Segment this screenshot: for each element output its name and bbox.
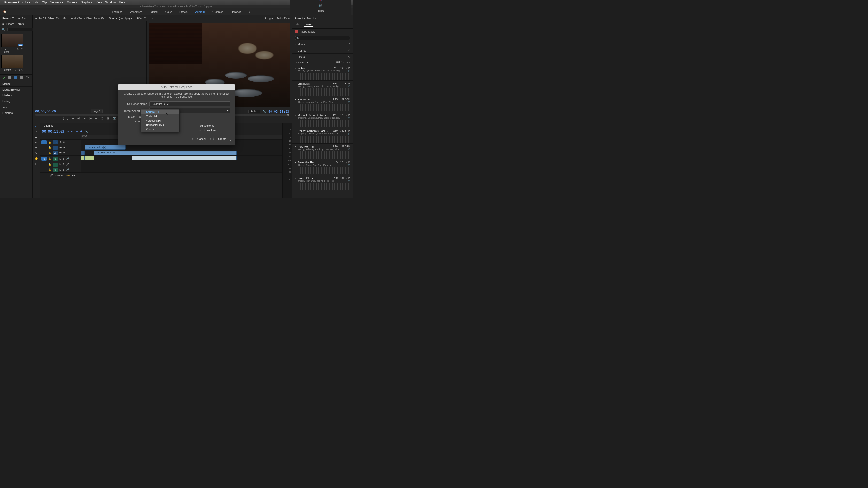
essential-sound-tab[interactable]: Essential Sound	[292, 15, 352, 21]
tab-effect-controls[interactable]: Effect Co	[136, 17, 147, 20]
stock-result[interactable]: ▸ Emotional 1:15 137 BPM Happy, Inspirin…	[292, 96, 352, 112]
workspace-editing[interactable]: Editing	[146, 8, 161, 15]
workspace-libraries[interactable]: Libraries	[227, 8, 245, 15]
zoom-icon[interactable]	[26, 76, 29, 79]
type-icon[interactable]: T	[35, 162, 38, 166]
panel-media-browser[interactable]: Media Browser	[0, 87, 32, 92]
cart-icon[interactable]: 🛒	[347, 148, 350, 151]
panel-markers[interactable]: Markers	[0, 92, 32, 98]
snap-icon[interactable]: ⊓	[67, 130, 69, 133]
eye-icon[interactable]: 👁	[59, 146, 62, 149]
go-in-icon[interactable]: |◀	[71, 117, 74, 120]
workspace-graphics[interactable]: Graphics	[209, 8, 227, 15]
video-clip[interactable]: fx 18 - The Tudors [V]	[94, 151, 237, 155]
mic-icon[interactable]: 🎤	[66, 168, 69, 171]
lock-icon[interactable]: 🔒	[48, 146, 51, 149]
facet-genres[interactable]: ›Genres⟲	[292, 47, 352, 54]
workspace-assembly[interactable]: Assembly	[126, 8, 146, 15]
sync-lock-icon[interactable]: ⟳	[63, 146, 65, 149]
cart-icon[interactable]: 🛒	[347, 85, 350, 88]
track-select-icon[interactable]: ⇥	[35, 130, 38, 134]
program-timecode[interactable]: 00;03;10;23	[268, 110, 289, 113]
workspace-audio[interactable]: Audio≡	[192, 8, 209, 15]
menu-edit[interactable]: Edit	[33, 1, 38, 4]
cart-icon[interactable]: 🛒	[347, 180, 350, 182]
source-page[interactable]: Page 1	[91, 109, 103, 113]
razor-icon[interactable]: ✂	[35, 141, 38, 144]
lock-icon[interactable]: 🔒	[48, 163, 51, 166]
stock-result[interactable]: ▸ Sever the Ties 3:35 125 BPM Happy, Dan…	[292, 159, 352, 175]
slip-icon[interactable]: ⇔	[35, 146, 38, 150]
lock-icon[interactable]: 🔒	[48, 157, 51, 160]
stock-result[interactable]: ▸ Minimal Corporate (version5) 1:44 125 …	[292, 112, 352, 128]
waveform[interactable]	[298, 183, 350, 190]
es-tab-browse[interactable]: Browse	[304, 23, 313, 27]
target-v3[interactable]: V3	[53, 140, 58, 144]
timeline-timecode[interactable]: 00;00;11;03	[42, 130, 64, 133]
menu-view[interactable]: View	[96, 1, 102, 4]
stock-result[interactable]: ▸ Lightburst 3:38 119 BPM Happy, Dreamy,…	[292, 80, 352, 96]
play-icon[interactable]: ▸	[295, 129, 296, 132]
stock-result[interactable]: ▸ In Awe 2:47 100 BPM Happy, Dynamic, El…	[292, 65, 352, 80]
play-icon[interactable]: ▸	[295, 145, 296, 148]
play-icon[interactable]: ▸	[295, 98, 296, 101]
more-icon[interactable]: ⋯	[344, 180, 346, 182]
list-view-icon[interactable]	[8, 76, 11, 79]
marker-icon[interactable]: ◈	[76, 130, 78, 133]
pen-icon[interactable]	[2, 76, 5, 79]
waveform[interactable]	[298, 120, 350, 127]
waveform[interactable]	[298, 73, 350, 80]
master-value[interactable]: 0.0	[66, 174, 70, 177]
facet-moods[interactable]: ›Moods⟲	[292, 41, 352, 47]
freeform-icon[interactable]	[20, 76, 23, 79]
es-tab-edit[interactable]: Edit	[295, 23, 299, 27]
menu-markers[interactable]: Markers	[67, 1, 77, 4]
step-fwd-icon[interactable]: |▶	[89, 117, 92, 120]
eye-icon[interactable]: 👁	[59, 141, 62, 143]
source-patch-v1[interactable]: V1	[41, 140, 47, 144]
target-a3[interactable]: A3	[53, 168, 58, 172]
audio-clip[interactable]	[132, 156, 237, 160]
ripple-icon[interactable]: ⇆	[35, 135, 38, 139]
play-icon[interactable]: ▸	[295, 82, 296, 85]
more-icon[interactable]: ⋯	[344, 85, 346, 88]
play-icon[interactable]: ▸	[295, 113, 296, 117]
option-vertical-916[interactable]: Vertical 9:16	[141, 118, 180, 123]
option-vertical-45[interactable]: Vertical 4:5	[141, 114, 180, 118]
flag-icon[interactable]: 🇬🇧	[319, 0, 322, 1]
play-icon[interactable]: ▸	[295, 176, 296, 180]
menu-graphics[interactable]: Graphics	[81, 1, 92, 4]
menu-file[interactable]: File	[25, 1, 30, 4]
video-clip[interactable]: fx 18 - The Tudors [V]	[85, 145, 126, 150]
stock-result[interactable]: ▸ Pure Morning 2:10 87 BPM Happy, Relaxi…	[292, 143, 352, 159]
workspace-color[interactable]: Color	[161, 8, 176, 15]
tab-audio-clip-mixer[interactable]: Audio Clip Mixer: Tudoriffic	[35, 17, 67, 20]
mic-icon[interactable]: 🎤	[50, 174, 53, 177]
project-item[interactable]: ▮▮▮ 18 - The Tudors31;25	[1, 34, 23, 53]
cart-icon[interactable]: 🛒	[347, 164, 350, 166]
step-back-icon[interactable]: ◀|	[78, 117, 80, 120]
play-icon[interactable]: ▸	[295, 66, 296, 69]
more-icon[interactable]: ⋯	[344, 117, 346, 119]
waveform[interactable]	[298, 88, 350, 96]
waveform[interactable]	[298, 135, 350, 143]
wrench-icon[interactable]: 🔧	[85, 130, 88, 133]
menu-help[interactable]: Help	[119, 1, 125, 4]
cart-icon[interactable]: 🛒	[347, 132, 350, 135]
panel-libraries[interactable]: Libraries	[0, 110, 32, 116]
more-icon[interactable]: ⋯	[344, 148, 346, 151]
cart-icon[interactable]: 🛒	[347, 101, 350, 103]
button-editor-icon[interactable]: ✚	[237, 117, 239, 120]
target-v1[interactable]: V1	[53, 151, 58, 155]
mic-icon[interactable]: 🎤	[66, 163, 69, 166]
tab-overflow[interactable]: »	[152, 17, 153, 20]
cancel-button[interactable]: Cancel	[192, 136, 211, 141]
stock-result[interactable]: ▸ Dinner Plans 2:30 131 BPM Mellow, Roma…	[292, 175, 352, 191]
workspace-learning[interactable]: Learning	[108, 8, 126, 15]
settings-icon[interactable]: ❀	[80, 130, 82, 133]
sync-lock-icon[interactable]: ⟳	[63, 152, 65, 154]
cart-icon[interactable]: 🛒	[347, 69, 350, 72]
go-out-icon[interactable]: ▶|	[95, 117, 98, 120]
panel-effects[interactable]: Effects	[0, 80, 32, 87]
panel-history[interactable]: History	[0, 98, 32, 104]
